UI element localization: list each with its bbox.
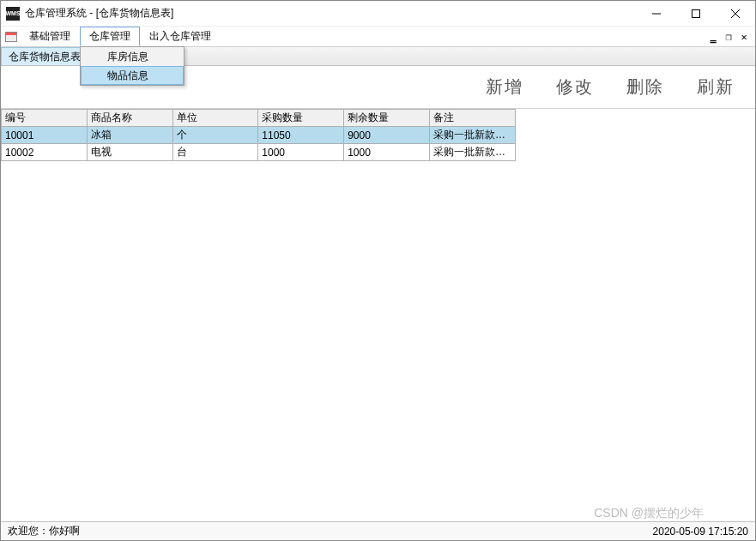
- mdi-controls: ‗ ❐ ✕: [707, 27, 755, 46]
- subtab-inventory[interactable]: 仓库货物信息表: [1, 47, 88, 65]
- col-unit[interactable]: 单位: [172, 110, 258, 127]
- cell-id[interactable]: 10002: [2, 144, 88, 161]
- titlebar: WMS 仓库管理系统 - [仓库货物信息表]: [1, 1, 755, 27]
- cell-note[interactable]: 采购一批新款…: [429, 144, 515, 161]
- mdi-close-icon[interactable]: ✕: [738, 31, 750, 43]
- app-icon: WMS: [6, 7, 20, 21]
- close-button[interactable]: [716, 1, 755, 27]
- window-title: 仓库管理系统 - [仓库货物信息表]: [25, 6, 637, 21]
- table-row[interactable]: 10002 电视 台 1000 1000 采购一批新款…: [2, 144, 516, 161]
- mdi-minimize-icon[interactable]: ‗: [707, 31, 719, 43]
- mdi-restore-icon[interactable]: ❐: [723, 31, 735, 43]
- delete-button[interactable]: 删除: [626, 75, 664, 99]
- cell-unit[interactable]: 个: [172, 127, 258, 144]
- cell-qty[interactable]: 11050: [258, 127, 344, 144]
- dropdown-item-warehouse-info[interactable]: 库房信息: [81, 47, 184, 66]
- cell-qty[interactable]: 1000: [258, 144, 344, 161]
- form-icon: [3, 27, 20, 46]
- col-qty[interactable]: 采购数量: [258, 110, 344, 127]
- status-welcome: 欢迎您：你好啊: [8, 524, 653, 538]
- cell-id[interactable]: 10001: [2, 127, 88, 144]
- refresh-button[interactable]: 刷新: [697, 75, 735, 99]
- add-button[interactable]: 新增: [486, 75, 523, 99]
- menu-basic[interactable]: 基础管理: [20, 27, 80, 46]
- maximize-button[interactable]: [676, 1, 716, 27]
- minimize-button[interactable]: [637, 1, 676, 27]
- svg-rect-1: [692, 9, 700, 17]
- cell-name[interactable]: 冰箱: [87, 127, 172, 144]
- watermark: CSDN @摆烂的少年: [594, 506, 704, 521]
- table-row[interactable]: 10001 冰箱 个 11050 9000 采购一批新款…: [2, 127, 516, 144]
- cell-unit[interactable]: 台: [172, 144, 258, 161]
- edit-button[interactable]: 修改: [556, 75, 594, 99]
- col-name[interactable]: 商品名称: [87, 110, 172, 127]
- header-row: 编号 商品名称 单位 采购数量 剩余数量 备注: [2, 110, 516, 127]
- menu-inout[interactable]: 出入仓库管理: [140, 27, 221, 46]
- col-note[interactable]: 备注: [429, 110, 515, 127]
- data-grid[interactable]: 编号 商品名称 单位 采购数量 剩余数量 备注 10001 冰箱 个 11050…: [1, 109, 516, 161]
- menu-dropdown: 库房信息 物品信息: [80, 46, 184, 86]
- col-id[interactable]: 编号: [2, 110, 88, 127]
- col-remain[interactable]: 剩余数量: [344, 110, 430, 127]
- dropdown-item-goods-info[interactable]: 物品信息: [81, 66, 184, 85]
- menubar: 基础管理 仓库管理 出入仓库管理 ‗ ❐ ✕ 库房信息 物品信息: [1, 27, 755, 47]
- statusbar: 欢迎您：你好啊 2020-05-09 17:15:20: [1, 521, 755, 540]
- menu-warehouse[interactable]: 仓库管理: [80, 27, 140, 46]
- cell-remain[interactable]: 9000: [344, 127, 430, 144]
- cell-remain[interactable]: 1000: [344, 144, 430, 161]
- status-datetime: 2020-05-09 17:15:20: [653, 526, 748, 538]
- cell-name[interactable]: 电视: [87, 144, 172, 161]
- cell-note[interactable]: 采购一批新款…: [429, 127, 515, 144]
